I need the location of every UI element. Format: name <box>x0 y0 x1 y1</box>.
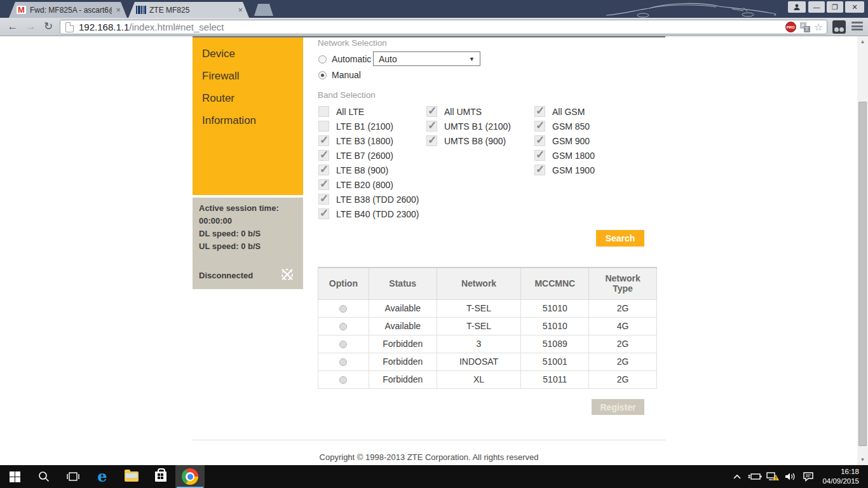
extension-icon[interactable] <box>832 20 846 34</box>
band-lte-b7[interactable]: LTE B7 (2600) <box>318 150 393 161</box>
checkbox[interactable] <box>318 135 329 146</box>
network-cell: 3 <box>437 335 521 353</box>
checkbox[interactable] <box>534 135 545 146</box>
manual-radio-row[interactable]: Manual <box>318 70 361 80</box>
automatic-radio[interactable] <box>318 55 327 64</box>
volume-tray-button[interactable] <box>783 465 798 488</box>
clock-date: 04/09/2015 <box>822 477 859 486</box>
manual-radio[interactable] <box>318 71 327 79</box>
band-all-gsm[interactable]: All GSM <box>534 106 585 117</box>
checkbox[interactable] <box>318 121 329 132</box>
network-cell: INDOSAT <box>437 353 521 370</box>
checkbox-label: LTE B40 (TDD 2300) <box>336 209 419 219</box>
network-option-radio[interactable] <box>339 323 347 330</box>
band-lte-b38[interactable]: LTE B38 (TDD 2600) <box>318 194 419 205</box>
checkbox[interactable] <box>426 135 437 146</box>
tab-title: ZTE MF825 <box>149 6 234 15</box>
band-gsm-1800[interactable]: GSM 1800 <box>534 150 595 161</box>
chrome-menu-icon[interactable] <box>851 22 863 32</box>
scroll-down-icon[interactable]: ▼ <box>857 454 868 465</box>
checkbox[interactable] <box>534 121 545 132</box>
network-tray-button[interactable] <box>765 465 780 488</box>
band-lte-b20[interactable]: LTE B20 (800) <box>318 179 393 190</box>
close-window-button[interactable]: ✕ <box>845 1 864 13</box>
band-lte-b1[interactable]: LTE B1 (2100) <box>318 121 393 132</box>
checkbox[interactable] <box>318 106 329 117</box>
profile-button[interactable] <box>788 1 806 13</box>
action-center-button[interactable] <box>801 465 816 488</box>
col-mccmnc: MCCMNC <box>521 268 589 299</box>
option-cell <box>318 370 369 388</box>
network-selection-title: Network Selection <box>318 38 387 48</box>
search-button[interactable]: Search <box>596 230 644 247</box>
checkbox[interactable] <box>318 165 329 175</box>
tab-close-icon[interactable]: × <box>238 5 243 15</box>
automatic-label: Automatic <box>332 54 371 64</box>
checkbox[interactable] <box>534 150 545 161</box>
store-icon <box>155 471 166 482</box>
windows-logo-icon <box>10 471 20 482</box>
network-option-radio[interactable] <box>339 358 347 366</box>
taskbar-clock[interactable]: 16:18 04/09/2015 <box>818 467 863 486</box>
edge-button[interactable]: e <box>88 465 117 488</box>
checkbox[interactable] <box>534 165 545 175</box>
start-button[interactable] <box>0 465 29 488</box>
network-option-radio[interactable] <box>339 376 347 384</box>
network-results-table: Option Status Network MCCMNC Network Typ… <box>318 267 657 389</box>
scrollbar-thumb[interactable] <box>858 102 867 446</box>
checkbox[interactable] <box>426 106 437 117</box>
network-option-radio[interactable] <box>339 305 347 313</box>
session-status-panel: Active session time: 00:00:00 DL speed: … <box>193 198 303 289</box>
band-gsm-900[interactable]: GSM 900 <box>534 135 590 146</box>
tab-zte-mf825[interactable]: ZTE MF825 × <box>128 2 249 18</box>
sidebar-item-device[interactable]: Device <box>202 43 303 65</box>
checkbox[interactable] <box>318 194 329 205</box>
checkbox[interactable] <box>318 208 329 219</box>
battery-tray-button[interactable] <box>747 465 763 488</box>
col-option: Option <box>318 268 369 299</box>
tab-close-icon[interactable]: × <box>116 5 121 15</box>
band-lte-b8[interactable]: LTE B8 (900) <box>318 165 388 175</box>
reload-button[interactable]: ↻ <box>41 20 56 34</box>
band-all-lte[interactable]: All LTE <box>318 106 364 117</box>
checkbox[interactable] <box>534 106 545 117</box>
checkbox[interactable] <box>318 150 329 161</box>
band-lte-b40[interactable]: LTE B40 (TDD 2300) <box>318 208 419 219</box>
sidebar-item-firewall[interactable]: Firewall <box>202 65 303 87</box>
checkbox[interactable] <box>318 179 329 190</box>
minimize-button[interactable]: — <box>808 1 825 13</box>
scroll-up-icon[interactable]: ▲ <box>857 36 868 47</box>
sidebar-item-router[interactable]: Router <box>202 87 303 109</box>
sidebar-item-information[interactable]: Information <box>202 109 303 132</box>
band-umts-b8[interactable]: UMTS B8 (900) <box>426 135 506 146</box>
task-view-button[interactable] <box>58 465 88 488</box>
band-umts-b1[interactable]: UMTS B1 (2100) <box>426 121 511 132</box>
band-all-umts[interactable]: All UMTS <box>426 106 482 117</box>
back-button[interactable]: ← <box>5 20 20 34</box>
folder-icon <box>125 471 139 482</box>
windows-store-button[interactable] <box>146 465 175 488</box>
new-tab-button[interactable] <box>254 4 273 16</box>
tab-gmail[interactable]: M Fwd: MF825A - ascart6@g × <box>9 2 127 18</box>
restore-button[interactable]: ❐ <box>827 1 843 13</box>
vertical-scrollbar[interactable]: ▲ ▼ <box>857 36 868 465</box>
band-gsm-1900[interactable]: GSM 1900 <box>534 165 595 175</box>
band-lte-b3[interactable]: LTE B3 (1800) <box>318 135 393 146</box>
register-button[interactable]: Register <box>592 399 644 415</box>
checkbox-label: UMTS B1 (2100) <box>444 121 511 132</box>
checkbox[interactable] <box>426 121 437 132</box>
address-bar[interactable]: 192.168.1.1 /index.html#net_select PRO A… <box>60 20 827 34</box>
bookmark-star-icon[interactable]: ☆ <box>814 22 823 32</box>
taskbar-search-button[interactable] <box>29 465 58 488</box>
translate-icon[interactable]: A文 <box>800 22 810 32</box>
tray-chevron-button[interactable] <box>729 465 745 488</box>
band-gsm-850[interactable]: GSM 850 <box>534 121 590 132</box>
network-option-radio[interactable] <box>339 341 347 348</box>
browser-toolbar: ← → ↻ 192.168.1.1 /index.html#net_select… <box>0 18 868 36</box>
automatic-radio-row[interactable]: Automatic <box>318 54 371 64</box>
auto-mode-select[interactable]: Auto ▼ <box>373 51 480 66</box>
forward-button[interactable]: → <box>23 20 38 34</box>
file-explorer-button[interactable] <box>117 465 146 488</box>
chrome-taskbar-button[interactable] <box>175 465 205 488</box>
pro-extension-icon[interactable]: PRO <box>785 22 796 32</box>
